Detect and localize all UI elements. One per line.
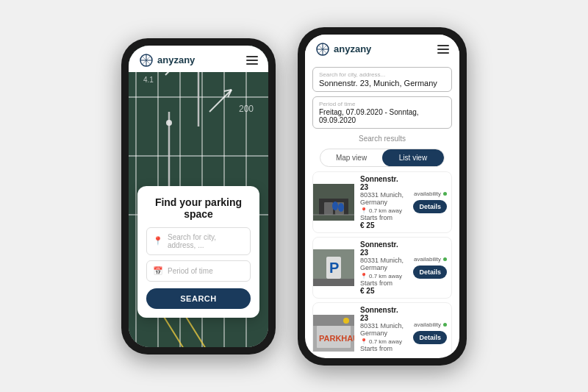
result-addr-1: 80331 Munich, Germany (360, 191, 406, 206)
left-phone: 4.1 4.41 200 (121, 38, 276, 354)
result-action-2: availability Details (412, 256, 451, 279)
brand-name: anyzany (157, 54, 195, 65)
left-screen: 4.1 4.41 200 (129, 46, 268, 347)
brand-logo-area: anyzany (139, 53, 195, 68)
view-toggle: Map view List view (320, 149, 445, 167)
result-info-1: Sonnenstr. 23 80331 Munich, Germany 📍 0.… (359, 172, 407, 232)
avail-row-1: availability (414, 190, 447, 197)
hamburger-line-r3 (437, 52, 449, 54)
left-header: anyzany (129, 46, 268, 72)
avail-row-2: availability (414, 256, 447, 263)
result-info-2: Sonnenstr. 23 80331 Munich, Germany 📍 0.… (359, 238, 407, 298)
svg-text:200: 200 (239, 104, 254, 114)
city-address-placeholder: Search for city, address, ... (168, 233, 244, 249)
anyzany-logo-icon-right (315, 42, 330, 57)
brand-logo-area-right: anyzany (315, 42, 371, 57)
search-display-field[interactable]: Search for city, address... Sonnenstr. 2… (312, 67, 452, 92)
svg-point-22 (166, 120, 172, 126)
result-thumb-2: P (313, 249, 354, 286)
result-addr-3: 80331 Munich, Germany (360, 322, 406, 337)
result-price-1: Starts from € 25 (360, 214, 406, 229)
result-dist-2: 📍 0.7 km away (360, 273, 406, 279)
city-address-field[interactable]: 📍 Search for city, address, ... (146, 227, 251, 255)
list-view-button[interactable]: List view (382, 149, 444, 166)
anyzany-logo-icon (139, 53, 154, 68)
result-action-1: availability Details (412, 190, 451, 213)
period-placeholder: Period of time (168, 267, 213, 275)
search-display-label: Search for city, address... (319, 71, 445, 78)
pin-icon-1: 📍 (360, 207, 368, 214)
location-icon: 📍 (153, 236, 163, 246)
hamburger-menu-right[interactable] (437, 45, 449, 54)
calendar-icon: 📅 (153, 266, 163, 276)
results-list: Sonnenstr. 23 80331 Munich, Germany 📍 0.… (312, 171, 452, 352)
result-name-2: Sonnenstr. 23 (360, 240, 406, 257)
hamburger-line-3 (246, 63, 258, 65)
hero-title: Find your parking space (146, 196, 251, 220)
result-dist-3: 📍 0.7 km away (360, 338, 406, 345)
brand-name-right: anyzany (334, 43, 371, 54)
search-button[interactable]: SEARCH (146, 288, 251, 309)
search-display-value: Sonnenstr. 23, Munich, Germany (319, 79, 445, 88)
result-thumb-3: PARKHAUS (313, 315, 354, 352)
results-label: Search results (312, 135, 452, 143)
svg-text:PARKHAUS: PARKHAUS (319, 334, 354, 343)
hamburger-menu[interactable] (246, 56, 258, 65)
result-price-3: Starts from € 25 (360, 345, 406, 352)
svg-point-41 (332, 202, 338, 210)
result-card-1: Sonnenstr. 23 80331 Munich, Germany 📍 0.… (312, 171, 452, 233)
result-addr-2: 80331 Munich, Germany (360, 257, 406, 271)
avail-dot-3 (443, 323, 447, 327)
details-button-2[interactable]: Details (413, 266, 447, 279)
period-display-field[interactable]: Period of time Freitag, 07.09.2020 - Son… (312, 96, 452, 129)
result-thumb-1 (313, 184, 354, 221)
right-phone: anyzany Search for city, address... Sonn… (298, 27, 467, 366)
svg-rect-47 (313, 279, 354, 286)
pin-icon-2: 📍 (360, 273, 368, 279)
right-content: Search for city, address... Sonnenstr. 2… (305, 61, 459, 358)
details-button-1[interactable]: Details (413, 200, 447, 213)
hamburger-line-r1 (437, 45, 449, 46)
svg-point-52 (343, 318, 349, 324)
right-screen: anyzany Search for city, address... Sonn… (305, 35, 459, 358)
scene: 4.1 4.41 200 (0, 0, 588, 392)
result-card-3: PARKHAUS Sonnenstr. 23 80331 Munich, Ger… (312, 302, 452, 352)
avail-label-2: availability (414, 256, 441, 263)
svg-text:P: P (329, 260, 339, 276)
hamburger-line-1 (246, 56, 258, 57)
search-card: Find your parking space 📍 Search for cit… (137, 186, 259, 318)
avail-label-3: availability (414, 321, 441, 328)
svg-text:4.1: 4.1 (143, 76, 154, 84)
details-button-3[interactable]: Details (413, 331, 447, 344)
avail-label-1: availability (414, 190, 441, 197)
result-info-3: Sonnenstr. 23 80331 Munich, Germany 📍 0.… (359, 303, 407, 352)
avail-dot-1 (443, 192, 447, 196)
pin-icon-3: 📍 (360, 338, 368, 345)
result-price-2: Starts from € 25 (360, 279, 406, 295)
svg-rect-38 (324, 202, 333, 215)
period-field[interactable]: 📅 Period of time (146, 260, 251, 282)
hamburger-line-r2 (437, 49, 449, 50)
result-name-1: Sonnenstr. 23 (360, 175, 406, 191)
hamburger-line-2 (246, 60, 258, 61)
map-view-button[interactable]: Map view (320, 149, 382, 166)
avail-row-3: availability (414, 321, 447, 328)
period-display-label: Period of time (319, 101, 445, 107)
result-dist-1: 📍 0.7 km away (360, 207, 406, 214)
period-display-value: Freitag, 07.09.2020 - Sonntag, 09.09.202… (319, 108, 445, 124)
result-action-3: availability Details (412, 321, 451, 344)
avail-dot-2 (443, 257, 447, 261)
right-header: anyzany (305, 35, 459, 61)
svg-point-42 (338, 203, 344, 212)
result-card-2: P Sonnenstr. 23 80331 Munich, Germany 📍 … (312, 237, 452, 299)
result-name-3: Sonnenstr. 23 (360, 306, 406, 322)
